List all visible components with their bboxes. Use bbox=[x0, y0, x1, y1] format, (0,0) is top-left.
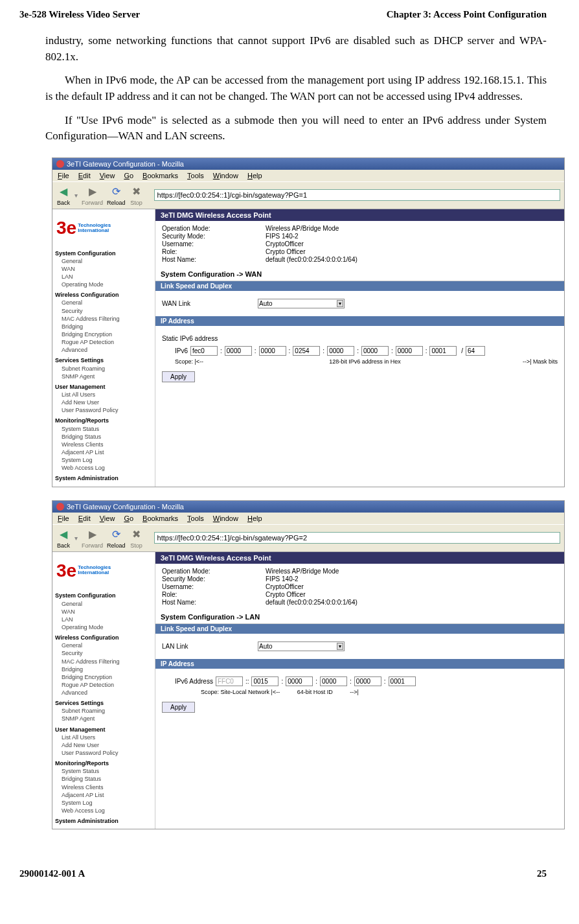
back-button[interactable]: ◀Back bbox=[56, 185, 71, 206]
sidebar-item[interactable]: Rogue AP Detection bbox=[62, 338, 152, 346]
menu-view[interactable]: View bbox=[100, 514, 115, 522]
screenshot-wan: 3eTI Gateway Configuration - Mozilla Fil… bbox=[52, 157, 565, 487]
sidebar-item[interactable]: Advanced bbox=[62, 689, 152, 697]
paragraph-2: When in IPv6 mode, the AP can be accesse… bbox=[45, 73, 547, 104]
menu-help[interactable]: Help bbox=[247, 172, 262, 179]
sidebar-item[interactable]: SNMP Agent bbox=[62, 715, 152, 722]
sidebar-item[interactable]: General bbox=[62, 299, 152, 306]
sidebar-item[interactable]: General bbox=[62, 600, 152, 608]
menu-bookmarks[interactable]: Bookmarks bbox=[142, 172, 178, 179]
sidebar-item[interactable]: Adjacent AP List bbox=[62, 448, 152, 456]
url-bar[interactable]: https://[fec0:0:0:254::1]/cgi-bin/sgatew… bbox=[154, 532, 560, 544]
menu-tools[interactable]: Tools bbox=[187, 514, 204, 522]
sidebar-item[interactable]: Security bbox=[62, 307, 152, 315]
sidebar-item[interactable]: General bbox=[62, 257, 152, 265]
lan-link-select[interactable]: Auto bbox=[258, 641, 345, 651]
menu-edit[interactable]: Edit bbox=[78, 514, 91, 522]
ipv6-seg-4[interactable]: 0000 bbox=[327, 346, 354, 356]
ipv6-seg-0[interactable]: fec0 bbox=[190, 346, 218, 356]
sidebar-item[interactable]: Operating Mode bbox=[62, 623, 152, 631]
sidebar-item[interactable]: Wireless Clients bbox=[62, 441, 152, 448]
ipv6-seg-6[interactable]: 0000 bbox=[396, 346, 423, 356]
menu-bookmarks[interactable]: Bookmarks bbox=[142, 514, 178, 522]
stop-button[interactable]: ✖Stop bbox=[130, 527, 144, 549]
ipv6-seg-2[interactable]: 0000 bbox=[259, 346, 286, 356]
sidebar-item[interactable]: Bridging Status bbox=[62, 433, 152, 441]
sidebar-item[interactable]: Bridging bbox=[62, 323, 152, 330]
menu-go[interactable]: Go bbox=[124, 172, 133, 179]
ipv6-seg-4[interactable]: 0001 bbox=[389, 676, 416, 686]
sidebar-item[interactable]: Add New User bbox=[62, 398, 152, 406]
ipv6-seg-0[interactable]: 0015 bbox=[251, 676, 278, 686]
sidebar-item[interactable]: Web Access Log bbox=[62, 464, 152, 472]
apply-button[interactable]: Apply bbox=[162, 702, 195, 713]
sidebar-group: System Configuration bbox=[55, 249, 152, 257]
sidebar-item[interactable]: Bridging bbox=[62, 665, 152, 673]
sidebar-item[interactable]: Bridging Encryption bbox=[62, 330, 152, 338]
menu-window[interactable]: Window bbox=[213, 514, 238, 522]
forward-button[interactable]: ▶Forward bbox=[82, 185, 103, 206]
back-button[interactable]: ◀Back bbox=[56, 527, 71, 549]
sidebar-item[interactable]: System Log bbox=[62, 799, 152, 807]
info-value: CryptoOfficer bbox=[266, 583, 304, 590]
apply-button[interactable]: Apply bbox=[162, 371, 195, 382]
ipv6-mask[interactable]: 64 bbox=[466, 346, 485, 356]
sidebar-item[interactable]: Add New User bbox=[62, 741, 152, 749]
sidebar-item[interactable]: Bridging Encryption bbox=[62, 673, 152, 681]
ipv6-seg-3[interactable]: 0000 bbox=[354, 676, 381, 686]
menu-window[interactable]: Window bbox=[213, 172, 238, 179]
menu-go[interactable]: Go bbox=[124, 514, 133, 522]
ipv6-seg-7[interactable]: 0001 bbox=[429, 346, 457, 356]
sidebar-item[interactable]: SNMP Agent bbox=[62, 373, 152, 380]
lan-link-label: LAN Link bbox=[162, 643, 214, 650]
sidebar-item[interactable]: Security bbox=[62, 649, 152, 657]
logo-icon: 3e bbox=[56, 559, 76, 583]
sidebar-item[interactable]: General bbox=[62, 641, 152, 649]
menu-file[interactable]: File bbox=[58, 172, 69, 179]
sidebar-item[interactable]: User Password Policy bbox=[62, 406, 152, 414]
ipv6-seg-1[interactable]: 0000 bbox=[286, 676, 313, 686]
reload-button[interactable]: ⟳Reload bbox=[107, 527, 126, 549]
sidebar-item[interactable]: LAN bbox=[62, 273, 152, 281]
sidebar-item[interactable]: System Status bbox=[62, 767, 152, 775]
ipv6-seg-5[interactable]: 0000 bbox=[361, 346, 389, 356]
menu-tools[interactable]: Tools bbox=[187, 172, 204, 179]
sidebar-item[interactable]: WAN bbox=[62, 608, 152, 616]
menu-file[interactable]: File bbox=[58, 514, 69, 522]
sidebar-item[interactable]: Adjacent AP List bbox=[62, 791, 152, 799]
sidebar-item[interactable]: Bridging Status bbox=[62, 775, 152, 783]
forward-button[interactable]: ▶Forward bbox=[82, 527, 103, 549]
sidebar-item[interactable]: Subnet Roaming bbox=[62, 707, 152, 715]
sidebar-item[interactable]: Web Access Log bbox=[62, 807, 152, 814]
sidebar: 3eTechnologiesInternational System Confi… bbox=[52, 552, 155, 829]
sidebar-item[interactable]: LAN bbox=[62, 616, 152, 623]
stop-button[interactable]: ✖Stop bbox=[130, 185, 144, 206]
info-label: Security Mode: bbox=[162, 233, 266, 240]
menu-help[interactable]: Help bbox=[247, 514, 262, 522]
sidebar-item[interactable]: MAC Address Filtering bbox=[62, 658, 152, 665]
sidebar-item[interactable]: System Log bbox=[62, 456, 152, 464]
sidebar-item[interactable]: Operating Mode bbox=[62, 281, 152, 288]
sidebar-item[interactable]: Subnet Roaming bbox=[62, 365, 152, 373]
sidebar-item[interactable]: List All Users bbox=[62, 733, 152, 741]
reload-button[interactable]: ⟳Reload bbox=[107, 185, 126, 206]
sidebar-item[interactable]: MAC Address Filtering bbox=[62, 315, 152, 323]
sidebar-item[interactable]: Rogue AP Detection bbox=[62, 681, 152, 689]
subsection-link: Link Speed and Duplex bbox=[155, 281, 564, 291]
menu-edit[interactable]: Edit bbox=[78, 172, 91, 179]
sidebar-item[interactable]: WAN bbox=[62, 265, 152, 273]
sidebar-item[interactable]: Wireless Clients bbox=[62, 783, 152, 791]
wan-link-select[interactable]: Auto bbox=[258, 299, 345, 308]
info-label: Username: bbox=[162, 583, 266, 590]
info-value: CryptoOfficer bbox=[266, 240, 304, 248]
ipv6-seg-3[interactable]: 0254 bbox=[293, 346, 320, 356]
ipv6-seg-1[interactable]: 0000 bbox=[225, 346, 252, 356]
url-bar[interactable]: https://[fec0:0:0:254::1]/cgi-bin/sgatew… bbox=[154, 189, 560, 201]
ipv6-seg-2[interactable]: 0000 bbox=[320, 676, 347, 686]
sidebar-item[interactable]: Advanced bbox=[62, 346, 152, 354]
sidebar-item[interactable]: System Status bbox=[62, 425, 152, 433]
sidebar-item[interactable]: List All Users bbox=[62, 391, 152, 398]
menu-view[interactable]: View bbox=[100, 172, 115, 179]
sidebar-group: Services Settings bbox=[55, 356, 152, 364]
sidebar-item[interactable]: User Password Policy bbox=[62, 749, 152, 757]
